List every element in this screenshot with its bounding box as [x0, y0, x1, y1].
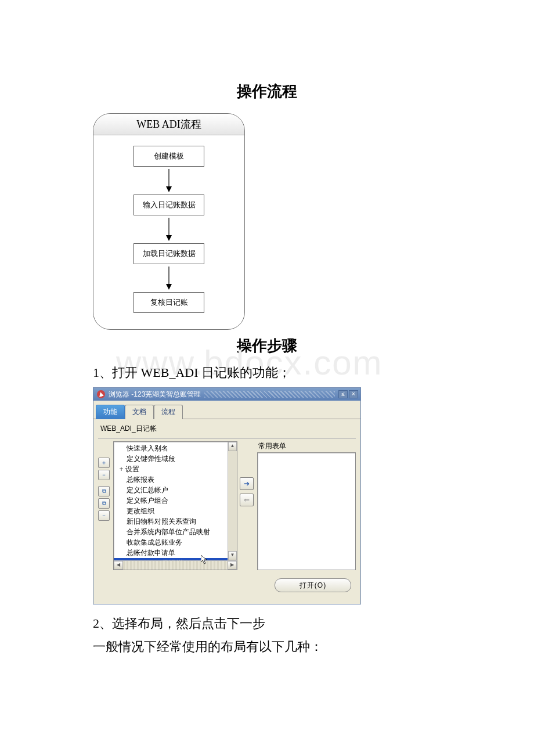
flow-step-1: 创建模板 — [134, 146, 204, 167]
tab-document[interactable]: 文档 — [125, 405, 154, 419]
list-item[interactable]: 快速录入别名 — [114, 443, 237, 453]
tree-toolbar: ＋ － ⧉ ⧉ － — [98, 441, 111, 570]
scroll-down-icon[interactable]: ▼ — [228, 551, 237, 560]
list-item[interactable]: 总帐付款申请单 — [114, 548, 237, 558]
dialog-tabs: 功能 文档 流程 — [93, 401, 360, 419]
app-icon — [97, 390, 105, 398]
dialog-titlebar: 浏览器 - 123芜湖美智总账管理 ≤ × — [93, 388, 360, 401]
titlebar-hatch — [204, 391, 335, 398]
flowchart-title: WEB ADI流程 — [93, 114, 244, 135]
list-item[interactable]: 总帐报表 — [114, 474, 237, 485]
heading-operation-steps: 操作步骤 — [35, 336, 499, 356]
list-item[interactable]: 新旧物料对照关系查询 — [114, 516, 237, 527]
close-icon[interactable]: × — [349, 390, 358, 398]
function-tree[interactable]: 快速录入别名定义键弹性域段+设置总帐报表定义汇总帐户定义帐户组合更改组织新旧物料… — [113, 441, 237, 570]
list-item[interactable]: 合并系统内部单位产品映射 — [114, 527, 237, 537]
flow-arrow-icon — [165, 167, 172, 195]
vertical-scrollbar[interactable]: ▲ ▼ — [228, 442, 237, 560]
dialog-title-prefix: 浏览器 - — [109, 390, 134, 399]
minimize-icon[interactable]: ≤ — [338, 390, 348, 398]
heading-operation-flow: 操作流程 — [35, 81, 499, 102]
dialog-title-text: 123芜湖美智总账管理 — [134, 390, 201, 399]
list-item[interactable]: 定义帐户组合 — [114, 495, 237, 506]
list-item[interactable]: 定义汇总帐户 — [114, 485, 237, 495]
expand-branch-icon[interactable]: ⧉ — [98, 498, 110, 509]
step-2-text: 2、选择布局，然后点击下一步 — [93, 615, 499, 632]
flow-step-3: 加载日记账数据 — [134, 243, 204, 264]
tab-process[interactable]: 流程 — [154, 405, 183, 419]
common-forms-label: 常用表单 — [257, 441, 356, 452]
breadcrumb: WEB_ADI_日记帐 — [98, 423, 356, 439]
flow-step-2: 输入日记账数据 — [134, 195, 204, 215]
step-1-text: 1、打开 WEB_ADI 日记账的功能； — [93, 364, 499, 381]
svg-marker-3 — [166, 235, 172, 241]
list-item[interactable]: 定义键弹性域段 — [114, 453, 237, 464]
add-to-list-button[interactable]: ➔ — [240, 477, 254, 490]
flow-step-4: 复核日记账 — [134, 292, 204, 313]
collapse-all-icon[interactable]: － — [98, 510, 110, 521]
remove-from-list-button[interactable]: ⇐ — [240, 494, 254, 506]
common-forms-list[interactable] — [257, 452, 356, 570]
expand-icon[interactable]: ＋ — [98, 458, 110, 468]
scroll-right-icon[interactable]: ▶ — [228, 561, 237, 570]
step-3-text: 一般情况下经常使用的布局有以下几种： — [93, 638, 499, 656]
scroll-left-icon[interactable]: ◀ — [114, 561, 123, 570]
open-button[interactable]: 打开(O) — [275, 578, 351, 592]
list-item[interactable]: 收款集成总账业务 — [114, 537, 237, 548]
browser-dialog: 浏览器 - 123芜湖美智总账管理 ≤ × 功能 文档 流程 WEB_ADI_日… — [93, 387, 361, 604]
scroll-up-icon[interactable]: ▲ — [228, 442, 237, 451]
svg-marker-5 — [166, 284, 172, 290]
flow-arrow-icon — [165, 264, 172, 292]
svg-marker-1 — [166, 186, 172, 192]
flowchart-container: WEB ADI流程 创建模板 输入日记账数据 加载日记账数据 复核日记账 — [93, 113, 245, 330]
horizontal-scrollbar[interactable]: ◀ ▶ — [114, 560, 237, 570]
expand-all-icon[interactable]: ⧉ — [98, 486, 110, 496]
list-item[interactable]: +设置 — [114, 464, 237, 474]
tab-function[interactable]: 功能 — [96, 405, 125, 419]
collapse-icon[interactable]: － — [98, 470, 110, 480]
list-item[interactable]: 更改组织 — [114, 506, 237, 516]
flow-arrow-icon — [165, 215, 172, 243]
